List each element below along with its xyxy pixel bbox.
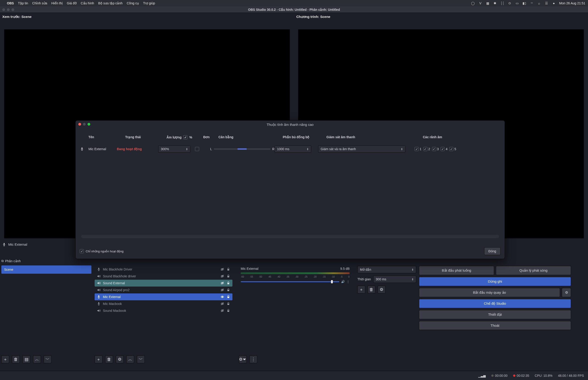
modal-minimize-icon[interactable] bbox=[83, 123, 86, 126]
transition-remove-button[interactable]: 🗑 bbox=[368, 286, 375, 293]
lock-icon[interactable] bbox=[226, 295, 230, 299]
tray-wifi-icon[interactable]: ⌔ bbox=[530, 1, 534, 5]
source-up-button[interactable]: ︿ bbox=[126, 355, 134, 363]
sync-offset-input[interactable]: 1000 ms▲▼ bbox=[274, 145, 311, 153]
transition-props-button[interactable]: ⚙ bbox=[378, 286, 385, 293]
menubar-clock[interactable]: Mon 26 Aug 21:51 bbox=[559, 1, 585, 5]
scenes-dock-label: Phân cảnh bbox=[5, 259, 21, 263]
exit-button[interactable]: Thoát bbox=[419, 321, 571, 330]
source-item[interactable]: Sound Blackhole driver bbox=[95, 273, 233, 280]
tray-obs-icon[interactable]: ◯ bbox=[471, 1, 475, 5]
lock-icon[interactable] bbox=[226, 288, 230, 292]
add-scene-button[interactable]: ＋ bbox=[1, 355, 9, 363]
track-checkbox[interactable] bbox=[449, 147, 453, 151]
minimize-window-icon[interactable] bbox=[7, 8, 10, 11]
scene-item[interactable]: Scene bbox=[1, 266, 91, 274]
track-checkbox[interactable] bbox=[414, 147, 419, 151]
lock-icon[interactable] bbox=[226, 309, 230, 312]
tray-bluetooth-icon[interactable]: ✱ bbox=[493, 1, 497, 5]
tray-siri-icon[interactable]: ● bbox=[552, 1, 556, 5]
track-number: 4 bbox=[446, 147, 448, 151]
visibility-toggle-icon[interactable] bbox=[220, 302, 224, 306]
manage-broadcast-button[interactable]: Quản lý phát sóng bbox=[496, 266, 571, 275]
menubar-item[interactable]: Chỉnh sửa bbox=[32, 1, 47, 5]
visibility-toggle-icon[interactable] bbox=[220, 288, 224, 292]
maximize-window-icon[interactable] bbox=[12, 8, 14, 11]
menubar-item[interactable]: Tập tin bbox=[18, 1, 28, 5]
scene-filter-button[interactable]: ▤ bbox=[22, 355, 30, 363]
tray-v-icon[interactable]: V bbox=[478, 1, 482, 5]
lock-icon[interactable] bbox=[226, 274, 230, 278]
source-item[interactable]: Sound Airpod pro2 bbox=[95, 286, 233, 293]
settings-button[interactable]: Thiết đặt bbox=[419, 310, 571, 319]
mono-checkbox[interactable] bbox=[195, 147, 199, 151]
studio-mode-button[interactable]: Chế độ Studio bbox=[419, 299, 571, 308]
menubar-item[interactable]: Công cụ bbox=[127, 1, 139, 5]
menubar-app[interactable]: OBS bbox=[7, 1, 14, 5]
menubar-item[interactable]: Cấu hình bbox=[81, 1, 94, 5]
source-item[interactable]: Sound External bbox=[95, 280, 233, 286]
visibility-toggle-icon[interactable] bbox=[220, 267, 224, 271]
tray-display-icon[interactable]: ▭ bbox=[515, 1, 519, 5]
lock-icon[interactable] bbox=[226, 302, 230, 306]
remove-source-button[interactable]: 🗑 bbox=[105, 355, 113, 363]
sources-toolbar: ＋ 🗑 ⚙ ︿ ﹀ bbox=[95, 355, 145, 363]
transition-add-button[interactable]: ＋ bbox=[357, 286, 365, 293]
stop-recording-button[interactable]: Dừng ghi bbox=[419, 277, 571, 286]
volume-pct-toggle[interactable] bbox=[183, 135, 187, 139]
tray-battery-icon[interactable]: ▮▯ bbox=[522, 1, 527, 5]
audio-monitoring-select[interactable]: Giám sát và ra âm thanh▲▼ bbox=[318, 145, 405, 153]
track-checkbox[interactable] bbox=[432, 147, 436, 151]
lock-icon[interactable] bbox=[226, 281, 230, 285]
menubar-item[interactable]: Hiển thị bbox=[51, 1, 63, 5]
scene-up-button[interactable]: ︿ bbox=[33, 355, 41, 363]
track-checkbox[interactable] bbox=[441, 147, 445, 151]
tray-grid-icon[interactable]: ▦ bbox=[486, 1, 490, 5]
tray-play-icon[interactable]: ⊙ bbox=[508, 1, 512, 5]
balance-slider[interactable] bbox=[214, 148, 270, 150]
visibility-toggle-icon[interactable] bbox=[220, 274, 224, 278]
menubar-item[interactable]: Bộ sưu tập cảnh bbox=[98, 1, 123, 5]
volume-input[interactable]: 300%▲▼ bbox=[158, 145, 190, 153]
visibility-toggle-icon[interactable] bbox=[220, 309, 224, 312]
active-only-checkbox[interactable] bbox=[80, 249, 84, 253]
scene-down-button[interactable]: ﹀ bbox=[44, 355, 51, 363]
mixer-settings-button[interactable]: ⚙⏷ bbox=[239, 355, 247, 363]
transition-duration-input[interactable]: 300 ms ▲▼ bbox=[373, 276, 416, 283]
modal-maximize-icon[interactable] bbox=[88, 123, 90, 126]
visibility-toggle-icon[interactable] bbox=[220, 281, 224, 285]
transition-type-select[interactable]: Mở dần ▲▼ bbox=[357, 266, 416, 273]
track-checkbox[interactable] bbox=[423, 147, 428, 151]
scenes-dock-header[interactable]: ⧉ Phân cảnh bbox=[1, 259, 21, 263]
speaker-icon[interactable]: 🔊 bbox=[341, 280, 345, 283]
modal-close-button[interactable]: Đóng bbox=[484, 247, 500, 255]
source-item[interactable]: Mic External bbox=[95, 293, 233, 300]
window-titlebar: OBS Studio 30.0.2 - Cấu hình: Untitled -… bbox=[0, 6, 588, 13]
dock-detach-icon: ⧉ bbox=[1, 259, 4, 263]
mixer-menu-button[interactable]: ⋮ bbox=[249, 355, 257, 363]
transition-type-value: Mở dần bbox=[360, 268, 371, 271]
tray-search-icon[interactable]: ⌕ bbox=[537, 1, 541, 5]
tray-tune-icon[interactable]: ┆┆ bbox=[500, 1, 504, 5]
source-item[interactable]: Mic Macbook bbox=[95, 300, 233, 307]
remove-scene-button[interactable]: 🗑 bbox=[12, 355, 20, 363]
mixer-menu-button[interactable]: ⋮ bbox=[347, 280, 350, 283]
start-streaming-button[interactable]: Bắt đầu phát luồng bbox=[419, 266, 494, 275]
lock-icon[interactable] bbox=[226, 267, 230, 271]
close-window-icon[interactable] bbox=[2, 8, 5, 11]
virtual-cam-settings-button[interactable]: ⚙ bbox=[562, 288, 571, 297]
tray-control-center-icon[interactable]: ☰ bbox=[544, 1, 549, 5]
source-props-button[interactable]: ⚙ bbox=[116, 355, 124, 363]
menubar-item[interactable]: Trợ giúp bbox=[143, 1, 155, 5]
source-item[interactable]: Mic Blackhole Driver bbox=[95, 266, 233, 273]
fps: 48.00 / 48.00 FPS bbox=[558, 374, 584, 378]
modal-close-icon[interactable] bbox=[78, 123, 81, 126]
start-virtual-cam-button[interactable]: Bắt đầu máy quay ảo bbox=[419, 288, 560, 297]
source-down-button[interactable]: ﹀ bbox=[137, 355, 145, 363]
volume-slider[interactable] bbox=[241, 281, 339, 282]
visibility-toggle-icon[interactable] bbox=[220, 295, 224, 299]
modal-scrollbar[interactable] bbox=[81, 235, 499, 238]
add-source-button[interactable]: ＋ bbox=[95, 355, 102, 363]
source-item[interactable]: Sound Macbook bbox=[95, 307, 233, 314]
menubar-item[interactable]: Giá đỡ bbox=[67, 1, 77, 5]
